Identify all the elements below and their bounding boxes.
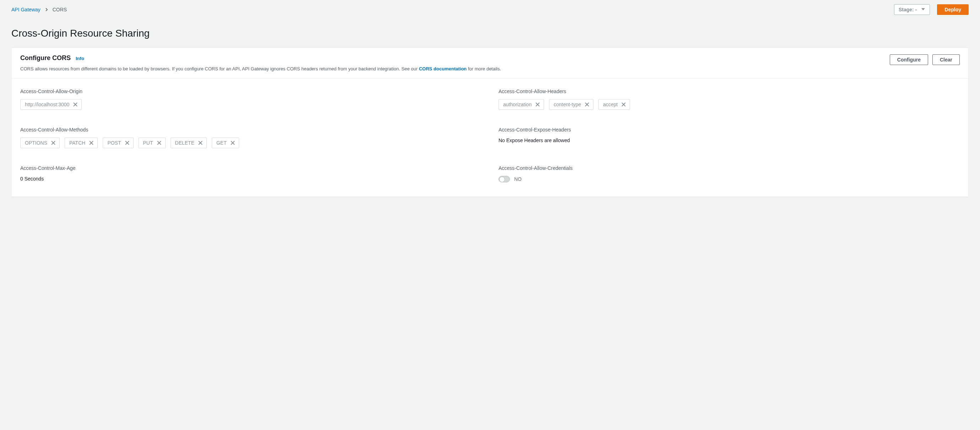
configure-cors-panel: Configure CORS Info CORS allows resource…	[11, 48, 969, 197]
info-link[interactable]: Info	[76, 56, 84, 61]
remove-icon[interactable]	[584, 102, 590, 107]
deploy-button[interactable]: Deploy	[937, 4, 969, 15]
panel-description-prefix: CORS allows resources from different dom…	[20, 66, 419, 72]
breadcrumb: API Gateway CORS	[11, 7, 67, 13]
caret-down-icon	[921, 7, 925, 13]
remove-icon[interactable]	[51, 140, 56, 145]
allow-methods-tags: OPTIONSPATCHPOSTPUTDELETEGET	[20, 137, 482, 148]
tag: http://localhost:3000	[20, 99, 82, 110]
tag: PATCH	[65, 137, 98, 148]
panel-description-suffix: for more details.	[466, 66, 501, 72]
field-label: Access-Control-Expose-Headers	[498, 127, 960, 132]
field-label: Access-Control-Allow-Credentials	[498, 165, 960, 171]
tag: accept	[598, 99, 630, 110]
remove-icon[interactable]	[198, 140, 203, 145]
field-allow-credentials: Access-Control-Allow-Credentials NO	[498, 165, 960, 182]
tag-label: PUT	[143, 140, 153, 146]
tag-label: authorization	[503, 102, 531, 107]
tag-label: content-type	[554, 102, 581, 107]
remove-icon[interactable]	[621, 102, 626, 107]
field-label: Access-Control-Allow-Origin	[20, 89, 482, 94]
tag-label: http://localhost:3000	[25, 102, 69, 107]
tag: OPTIONS	[20, 137, 60, 148]
tag-label: OPTIONS	[25, 140, 47, 146]
svg-marker-0	[921, 8, 925, 10]
remove-icon[interactable]	[157, 140, 162, 145]
max-age-value: 0 Seconds	[20, 176, 482, 182]
tag: DELETE	[170, 137, 207, 148]
remove-icon[interactable]	[89, 140, 94, 145]
stage-select[interactable]: Stage: -	[894, 4, 930, 15]
expose-headers-value: No Expose Headers are allowed	[498, 137, 960, 143]
tag: PUT	[138, 137, 165, 148]
page-title: Cross-Origin Resource Sharing	[11, 18, 969, 48]
tag: POST	[103, 137, 133, 148]
tag: GET	[212, 137, 239, 148]
breadcrumb-current: CORS	[52, 7, 67, 13]
field-allow-methods: Access-Control-Allow-Methods OPTIONSPATC…	[20, 127, 482, 148]
remove-icon[interactable]	[125, 140, 130, 145]
field-label: Access-Control-Allow-Headers	[498, 89, 960, 94]
allow-credentials-toggle[interactable]	[498, 176, 510, 182]
tag: content-type	[549, 99, 593, 110]
configure-button[interactable]: Configure	[890, 54, 928, 65]
allow-credentials-value: NO	[514, 176, 522, 182]
remove-icon[interactable]	[73, 102, 78, 107]
field-max-age: Access-Control-Max-Age 0 Seconds	[20, 165, 482, 182]
tag-label: accept	[603, 102, 617, 107]
tag-label: GET	[216, 140, 227, 146]
cors-documentation-link[interactable]: CORS documentation	[419, 66, 466, 72]
allow-origin-tags: http://localhost:3000	[20, 99, 482, 110]
allow-headers-tags: authorizationcontent-typeaccept	[498, 99, 960, 110]
tag: authorization	[498, 99, 544, 110]
field-expose-headers: Access-Control-Expose-Headers No Expose …	[498, 127, 960, 148]
field-allow-origin: Access-Control-Allow-Origin http://local…	[20, 89, 482, 110]
clear-button[interactable]: Clear	[932, 54, 960, 65]
breadcrumb-root-link[interactable]: API Gateway	[11, 7, 40, 13]
chevron-right-icon	[45, 8, 48, 11]
field-allow-headers: Access-Control-Allow-Headers authorizati…	[498, 89, 960, 110]
panel-title: Configure CORS	[20, 54, 71, 62]
field-label: Access-Control-Max-Age	[20, 165, 482, 171]
remove-icon[interactable]	[230, 140, 235, 145]
field-label: Access-Control-Allow-Methods	[20, 127, 482, 132]
tag-label: POST	[107, 140, 121, 146]
tag-label: PATCH	[69, 140, 85, 146]
tag-label: DELETE	[175, 140, 194, 146]
panel-description: CORS allows resources from different dom…	[20, 65, 881, 73]
remove-icon[interactable]	[535, 102, 540, 107]
stage-select-label: Stage: -	[899, 7, 917, 13]
